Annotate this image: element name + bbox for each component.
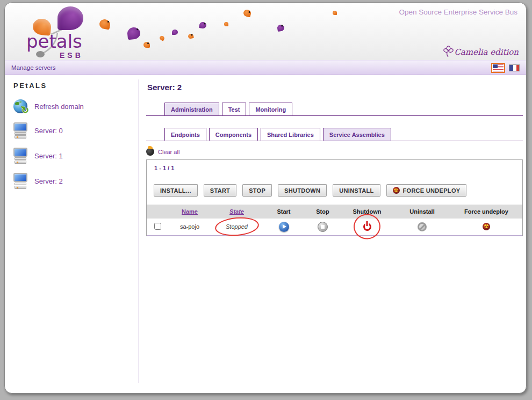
tab-monitoring[interactable]: Monitoring — [249, 103, 292, 115]
logo-purple-petal — [57, 6, 83, 30]
sort-by-state-link[interactable]: State — [229, 208, 244, 215]
stop-cell — [305, 219, 340, 235]
computer-icon — [13, 148, 27, 164]
sort-by-name-link[interactable]: Name — [182, 208, 198, 215]
service-assemblies-table: Name State Start Stop Shutdown Uninstall… — [147, 205, 522, 236]
brand-sub: ESB — [60, 51, 83, 60]
brand-name: petals — [26, 31, 82, 52]
us-flag-icon[interactable] — [493, 64, 504, 71]
action-button-row: INSTALL... START STOP SHUTDOWN UNINSTALL… — [147, 184, 522, 197]
shutdown-cell — [340, 219, 394, 235]
page-title: Server: 2 — [147, 83, 523, 92]
state-value: Stopped — [226, 223, 248, 230]
tab-administration[interactable]: Administration — [164, 103, 219, 115]
sidebar-item-label: Server: 2 — [34, 177, 63, 185]
computer-icon — [13, 173, 27, 189]
petal-decoration — [127, 27, 141, 40]
sidebar-item-label: Server: 1 — [34, 152, 63, 160]
petal-decoration — [199, 21, 207, 29]
force-undeploy-button[interactable]: ☢ FORCE UNDEPLOY — [386, 184, 467, 197]
language-switcher — [493, 64, 520, 71]
petal-decoration — [172, 30, 178, 35]
clear-all-label: Clear all — [158, 149, 179, 155]
clear-all-link[interactable]: Clear all — [146, 148, 179, 156]
primary-tabs: Administration Test Monitoring — [146, 103, 523, 116]
sidebar-item-label: Server: 0 — [34, 127, 63, 135]
content-area: PEtALS ↻ Refresh domain Server: 0 Server… — [5, 75, 526, 394]
edition-label: Camelia edition — [454, 47, 519, 57]
start-button[interactable]: START — [204, 184, 236, 197]
start-cell — [262, 219, 305, 235]
uninstall-button[interactable]: UNINSTALL — [333, 184, 380, 197]
sidebar-item-refresh-domain[interactable]: ↻ Refresh domain — [13, 99, 139, 113]
petal-decoration — [333, 11, 337, 15]
petal-decoration — [143, 42, 150, 48]
app-window: petals ESB Open Source Enterprise Servic… — [4, 2, 527, 394]
petal-decoration — [224, 22, 228, 26]
column-header-start: Start — [262, 205, 305, 219]
shutdown-button[interactable]: SHUTDOWN — [278, 184, 327, 197]
column-header-shutdown: Shutdown — [340, 205, 394, 219]
tagline: Open Source Enterprise Service Bus — [399, 8, 517, 16]
secondary-tabs: Endpoints Components Shared Libraries Se… — [146, 128, 523, 141]
tab-test[interactable]: Test — [222, 103, 247, 115]
power-icon[interactable] — [363, 223, 371, 231]
bomb-icon — [146, 148, 154, 156]
select-cell — [147, 219, 168, 235]
camelia-flower-icon — [443, 46, 454, 57]
main-panel: Server: 2 Administration Test Monitoring… — [139, 75, 526, 394]
column-header-name: Name — [168, 205, 211, 219]
radiation-icon: ☢ — [393, 187, 400, 194]
column-header-force-undeploy: Force undeploy — [450, 205, 522, 219]
column-header-state: State — [211, 205, 262, 219]
edition-badge: Camelia edition — [443, 46, 519, 57]
name-cell: sa-pojo — [168, 219, 211, 235]
page-header: petals ESB Open Source Enterprise Servic… — [5, 3, 526, 60]
sidebar-heading: PEtALS — [13, 82, 139, 90]
play-icon[interactable] — [279, 222, 289, 232]
sidebar-item-label: Refresh domain — [34, 103, 84, 111]
pagination-label: 1 - 1 / 1 — [147, 165, 522, 171]
computer-icon — [13, 122, 27, 139]
table-header-row: Name State Start Stop Shutdown Uninstall… — [147, 205, 522, 219]
sidebar-item-server-1[interactable]: Server: 1 — [13, 148, 139, 164]
petal-decoration — [243, 9, 252, 17]
radiation-icon[interactable]: ☢ — [483, 223, 490, 230]
stop-button[interactable]: STOP — [242, 184, 272, 197]
uninstall-cell — [394, 219, 450, 235]
tab-endpoints[interactable]: Endpoints — [164, 128, 206, 141]
install-button[interactable]: INSTALL... — [154, 184, 198, 197]
select-column-header — [147, 205, 168, 219]
tab-service-assemblies[interactable]: Service Assemblies — [323, 128, 391, 141]
fr-flag-icon[interactable] — [509, 64, 520, 71]
column-header-stop: Stop — [305, 205, 340, 219]
table-row: sa-pojo Stopped — [147, 219, 522, 235]
assemblies-panel: 1 - 1 / 1 INSTALL... START STOP SHUTDOWN… — [146, 159, 523, 236]
row-select-checkbox[interactable] — [154, 223, 161, 230]
stop-icon[interactable] — [318, 222, 328, 232]
menubar: Manage servers — [5, 60, 526, 75]
no-entry-icon[interactable] — [418, 222, 427, 231]
petal-decoration — [159, 35, 166, 41]
petal-decoration — [277, 24, 285, 32]
sidebar-item-server-2[interactable]: Server: 2 — [13, 173, 139, 189]
petals-esb-logo: petals ESB — [26, 6, 107, 60]
force-undeploy-cell: ☢ — [450, 219, 522, 235]
state-cell: Stopped — [211, 219, 262, 235]
tab-shared-libraries[interactable]: Shared Libraries — [261, 128, 320, 141]
column-header-uninstall: Uninstall — [394, 205, 450, 219]
menubar-title: Manage servers — [11, 64, 55, 71]
petal-decoration — [188, 33, 194, 39]
sidebar-item-server-0[interactable]: Server: 0 — [13, 122, 139, 139]
tab-components[interactable]: Components — [209, 128, 258, 141]
globe-refresh-icon: ↻ — [13, 99, 27, 113]
sidebar: PEtALS ↻ Refresh domain Server: 0 Server… — [5, 75, 139, 394]
